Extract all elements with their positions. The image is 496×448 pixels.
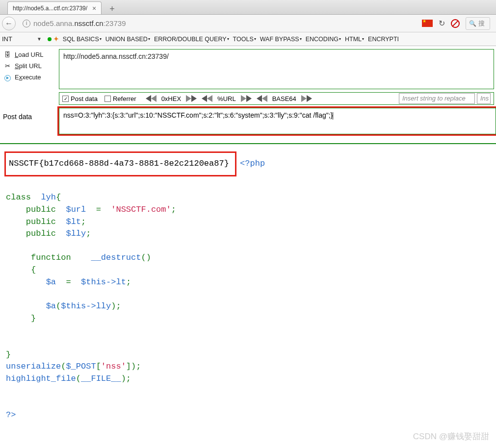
enc-label: BASE64 [267, 95, 301, 102]
browser-tab[interactable]: http://node5.a...ctf.cn:23739/ × [7, 1, 102, 14]
var-a: $a [46, 277, 56, 287]
side-label: xecute [22, 74, 41, 81]
kw-function: function [31, 253, 71, 262]
menu-label: TOOLS [233, 36, 254, 43]
url-value: http://node5.anna.nssctf.cn:23739/ [63, 52, 169, 60]
scissors-icon: ✂ [3, 62, 12, 70]
menu-label: ENCRYPTI [368, 36, 399, 43]
php-close-tag: ?> [6, 410, 16, 420]
enc-label: %URL [212, 95, 241, 102]
noscript-icon[interactable] [451, 19, 460, 28]
kw-class: class [6, 193, 31, 202]
post-row: Post data nss=O:3:"lyh":3:{s:3:"url";s:1… [0, 108, 496, 134]
str-url: 'NSSCTF.com' [111, 205, 171, 214]
caret-down-icon: ▾ [227, 37, 229, 41]
var-a: $a [46, 301, 56, 311]
search-box[interactable]: 🔍搜 [466, 17, 490, 30]
this-lly: $this->lly [61, 301, 111, 311]
menu-encryption[interactable]: ENCRYPTI [366, 36, 401, 43]
dot-icon [48, 37, 52, 41]
caret-down-icon: ▾ [300, 37, 302, 41]
menu-waf-bypass[interactable]: WAF BYPASS▾ [258, 36, 304, 43]
hackbar-menu: INT▼ ✦ SQL BASICS▾ UNION BASED▾ ERROR/DO… [0, 32, 496, 46]
caret-down-icon: ▾ [362, 37, 364, 41]
cursor-icon [333, 112, 333, 120]
caret-down-icon: ▾ [148, 37, 150, 41]
play-icon [3, 74, 12, 81]
menu-sql-basics[interactable]: SQL BASICS▾ [61, 36, 104, 43]
kw-public: public [26, 217, 56, 226]
this-lt: $this->lt [81, 277, 126, 287]
var-post: $_POST [66, 362, 96, 371]
search-placeholder: 搜 [478, 19, 485, 28]
insert-input[interactable]: Ins [477, 93, 491, 104]
var-url: $url [66, 205, 86, 214]
fn-unserialize: unserialize [6, 362, 61, 371]
fn-highlight: highlight_file [6, 374, 76, 383]
op-eq: = [66, 277, 71, 287]
load-url-button[interactable]: 🗄Load URL [2, 49, 57, 60]
menu-encoding[interactable]: ENCODING▾ [304, 36, 343, 43]
url-host: nssctf.cn [74, 19, 103, 27]
search-icon: 🔍 [469, 20, 476, 27]
split-url-button[interactable]: ✂Split URL [2, 60, 57, 72]
php-open-tag: <?php [240, 159, 265, 168]
menu-label: HTML [345, 36, 362, 43]
execute-button[interactable]: Exxecute [2, 72, 57, 83]
url-prefix: node5.anna. [33, 19, 74, 27]
base64-button[interactable]: BASE64 [259, 95, 310, 102]
new-tab-button[interactable]: + [106, 4, 118, 14]
flag-text: NSSCTF{b17cd668-888d-4a73-8881-8e2c2120e… [9, 159, 229, 168]
int-dropdown[interactable]: INT▼ [2, 35, 42, 43]
int-label: INT [2, 35, 12, 43]
url-suffix: :23739 [104, 19, 126, 27]
referrer-checkbox[interactable]: Referrer [104, 95, 136, 102]
caret-down-icon: ▾ [339, 37, 341, 41]
menu-label: ENCODING [306, 36, 339, 43]
url-input[interactable]: http://node5.anna.nssctf.cn:23739/ [59, 49, 494, 89]
page-content: NSSCTF{b17cd668-888d-4a73-8881-8e2c2120e… [0, 144, 496, 421]
side-label: oad URL [18, 51, 43, 58]
urlenc-button[interactable]: %URL [204, 95, 249, 102]
post-value: nss=O:3:"lyh":3:{s:3:"url";s:10:"NSSCTF.… [63, 111, 333, 119]
magic-file: __FILE__ [81, 374, 121, 383]
side-label: plit URL [19, 62, 42, 70]
nav-bar: ← i node5.anna.nssctf.cn:23739 ↻ 🔍搜 [0, 15, 496, 32]
class-name: lyh [41, 193, 56, 202]
replace-input[interactable]: Insert string to replace [399, 93, 475, 104]
post-data-input[interactable]: nss=O:3:"lyh":3:{s:3:"url";s:10:"NSSCTF.… [59, 108, 496, 134]
caret-down-icon: ▾ [254, 37, 256, 41]
chk-label: Post data [71, 95, 98, 102]
hackbar-sidebar: 🗄Load URL ✂Split URL Exxecute [0, 46, 59, 105]
chevron-down-icon: ▼ [37, 36, 42, 42]
url-display[interactable]: node5.anna.nssctf.cn:23739 [33, 19, 126, 27]
info-icon[interactable]: i [23, 20, 30, 27]
menu-tools[interactable]: TOOLS▾ [231, 36, 258, 43]
options-row: ✓Post data Referrer 0xHEX %URL BASE64 In… [59, 92, 494, 105]
fn-destruct: __destruct [91, 253, 141, 262]
menu-label: SQL BASICS [63, 36, 99, 43]
hackbar-main: http://node5.anna.nssctf.cn:23739/ ✓Post… [59, 46, 496, 105]
menu-html[interactable]: HTML▾ [343, 36, 366, 43]
hex-button[interactable]: 0xHEX [148, 95, 194, 102]
caret-down-icon: ▾ [100, 37, 102, 41]
tab-strip: http://node5.a...ctf.cn:23739/ × + [0, 0, 496, 15]
back-button[interactable]: ← [2, 17, 16, 30]
var-lt: $lt [66, 217, 81, 226]
menu-union-based[interactable]: UNION BASED▾ [104, 36, 152, 43]
op-eq: = [96, 205, 101, 214]
post-data-checkbox[interactable]: ✓Post data [62, 95, 98, 102]
post-data-label: Post data [0, 108, 59, 125]
menu-label: WAF BYPASS [260, 36, 299, 43]
server-icon: 🗄 [3, 51, 12, 58]
str-nss: 'nss' [101, 362, 126, 371]
enc-label: 0xHEX [157, 95, 186, 102]
reload-icon[interactable]: ↻ [439, 19, 445, 28]
flag-cn-icon[interactable] [422, 20, 433, 27]
kw-public: public [26, 229, 56, 238]
watermark: CSDN @赚钱娶甜甜 [413, 431, 489, 442]
var-lly: $lly [66, 229, 86, 238]
close-icon[interactable]: × [92, 4, 96, 12]
menu-error-query[interactable]: ERROR/DOUBLE QUERY▾ [152, 36, 231, 43]
tab-title: http://node5.a...ctf.cn:23739/ [13, 5, 87, 12]
